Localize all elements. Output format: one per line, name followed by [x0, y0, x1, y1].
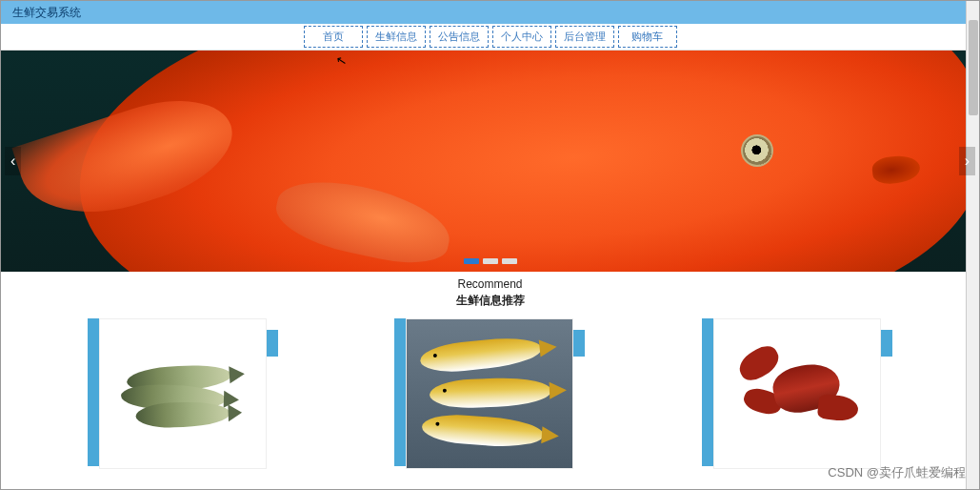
product-image-1: [99, 318, 267, 469]
recommend-en-label: Recommend: [1, 277, 979, 291]
nav-home[interactable]: 首页: [304, 26, 363, 48]
scrollbar-thumb[interactable]: [969, 20, 978, 115]
recommend-cn-label: 生鲜信息推荐: [1, 293, 979, 309]
carousel-banner: ‹ ›: [1, 51, 979, 272]
nav-container: 首页 生鲜信息 公告信息 个人中心 后台管理 购物车: [1, 24, 979, 51]
nav-notice[interactable]: 公告信息: [430, 26, 489, 48]
product-image-3: [713, 318, 881, 469]
product-card-2[interactable]: [394, 318, 585, 482]
nav-cart[interactable]: 购物车: [618, 26, 677, 48]
nav-wrap: 首页 生鲜信息 公告信息 个人中心 后台管理 购物车: [302, 26, 679, 48]
product-image-2: [406, 318, 573, 469]
product-row: [1, 313, 979, 482]
nav-personal[interactable]: 个人中心: [492, 26, 551, 48]
card-frame-v: [394, 318, 406, 466]
watermark-text: CSDN @卖仔爪蛙爱编程: [828, 464, 966, 481]
nav-fresh-info[interactable]: 生鲜信息: [367, 26, 426, 48]
product-card-1[interactable]: [88, 318, 278, 482]
carousel-next-button[interactable]: ›: [959, 147, 975, 175]
crayfish-illustration: [730, 337, 864, 451]
recommend-heading: Recommend 生鲜信息推荐: [1, 272, 979, 313]
product-card-3[interactable]: [702, 318, 892, 482]
header-bar: 生鲜交易系统: [1, 1, 979, 24]
card-frame-v: [702, 318, 713, 466]
carousel-dot-2[interactable]: [483, 258, 498, 264]
carousel-dot-3[interactable]: [502, 258, 517, 264]
nav-admin[interactable]: 后台管理: [555, 26, 614, 48]
yellow-fish-illustration: [407, 319, 572, 468]
vertical-scrollbar[interactable]: [966, 1, 979, 489]
carousel-dot-1[interactable]: [464, 258, 479, 264]
fish-illustration: [121, 360, 245, 427]
carousel-dots: [464, 258, 517, 264]
carousel-prev-button[interactable]: ‹: [5, 147, 21, 175]
card-frame-v: [88, 318, 99, 466]
app-title: 生鲜交易系统: [12, 5, 81, 21]
